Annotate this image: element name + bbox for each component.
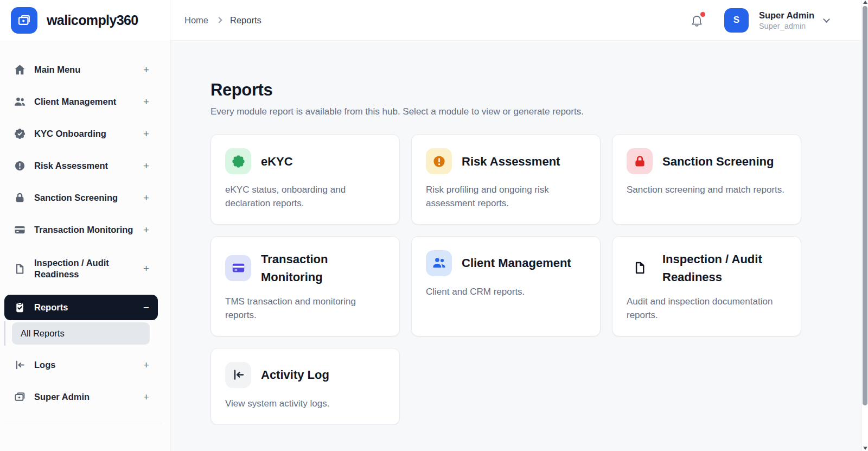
- topbar-user-section: S Super Admin Super_admin: [690, 8, 829, 33]
- sidebar-nav: Main Menu + Client Management + KYC Onbo…: [0, 41, 170, 423]
- sidebar-item-transaction-monitoring[interactable]: Transaction Monitoring +: [0, 214, 170, 246]
- card-header: Client Management: [426, 250, 586, 276]
- report-card-sanction-screening[interactable]: Sanction Screening Sanction screening an…: [612, 134, 801, 225]
- breadcrumb-home[interactable]: Home: [184, 15, 208, 26]
- clipboard-check-icon: [14, 301, 26, 314]
- user-name: Super Admin: [759, 10, 814, 21]
- scroll-up-icon[interactable]: [863, 1, 867, 4]
- file-icon: [627, 255, 653, 281]
- credit-card-icon: [225, 255, 251, 281]
- expand-toggle[interactable]: +: [143, 263, 149, 275]
- card-title: Risk Assessment: [462, 153, 560, 170]
- report-card-risk-assessment[interactable]: Risk Assessment Risk profiling and ongoi…: [411, 134, 601, 225]
- topbar: Home Reports S Super Admin Super_admin: [170, 0, 868, 41]
- notification-dot: [700, 12, 705, 17]
- scroll-down-icon[interactable]: [863, 447, 867, 450]
- sidebar-submenu: All Reports: [4, 322, 170, 345]
- brand[interactable]: walicomply360: [0, 0, 170, 41]
- main-area: Home Reports S Super Admin Super_admin: [170, 0, 868, 451]
- card-header: Transaction Monitoring: [225, 250, 385, 286]
- card-description: Risk profiling and ongoing risk assessme…: [426, 183, 586, 211]
- page-subtitle: Every module report is available from th…: [210, 106, 868, 117]
- badge-check-icon: [14, 128, 26, 140]
- card-description: eKYC status, onboarding and declaration …: [225, 183, 385, 211]
- sidebar-item-super-admin[interactable]: Super Admin +: [0, 381, 170, 413]
- card-title: Activity Log: [261, 366, 329, 384]
- sidebar-divider: [4, 423, 161, 423]
- card-description: Client and CRM reports.: [426, 285, 586, 299]
- card-title: eKYC: [261, 153, 293, 170]
- card-header: Risk Assessment: [426, 148, 586, 174]
- brand-name: walicomply360: [47, 12, 138, 28]
- card-header: Inspection / Audit Readiness: [627, 250, 787, 286]
- avatar[interactable]: S: [724, 8, 749, 33]
- report-card-client-management[interactable]: Client Management Client and CRM reports…: [411, 236, 601, 336]
- card-title: Sanction Screening: [662, 153, 774, 170]
- user-meta: Super Admin Super_admin: [759, 10, 814, 30]
- file-icon: [14, 263, 26, 275]
- sidebar-item-kyc-onboarding[interactable]: KYC Onboarding +: [0, 118, 170, 150]
- page-content: Reports Every module report is available…: [170, 41, 868, 425]
- users-icon: [14, 96, 26, 108]
- user-role: Super_admin: [759, 22, 814, 30]
- card-header: Activity Log: [225, 362, 385, 388]
- sidebar-item-inspection-audit-readiness[interactable]: Inspection / Audit Readiness +: [0, 246, 170, 291]
- lock-icon: [14, 192, 26, 204]
- wallet-logo-icon: [11, 7, 37, 34]
- page-title: Reports: [210, 80, 868, 100]
- expand-toggle[interactable]: +: [143, 128, 149, 140]
- alert-circle-icon: [14, 160, 26, 172]
- credit-card-icon: [14, 224, 26, 236]
- scrollbar[interactable]: [861, 0, 868, 451]
- expand-toggle[interactable]: +: [143, 224, 149, 236]
- card-description: View system activity logs.: [225, 397, 385, 411]
- card-description: TMS transaction and monitoring reports.: [225, 295, 385, 322]
- expand-toggle[interactable]: +: [143, 359, 149, 371]
- submenu-label: All Reports: [21, 328, 65, 339]
- expand-toggle[interactable]: +: [143, 96, 149, 108]
- expand-toggle[interactable]: +: [143, 64, 149, 76]
- seal-icon: [225, 148, 251, 174]
- card-title: Transaction Monitoring: [261, 250, 385, 286]
- sidebar-item-sanction-screening[interactable]: Sanction Screening +: [0, 182, 170, 214]
- users-icon: [426, 250, 452, 276]
- card-title: Inspection / Audit Readiness: [662, 250, 787, 286]
- breadcrumb-current: Reports: [230, 15, 261, 26]
- app-window: walicomply360 Main Menu + Client Managem…: [0, 0, 868, 451]
- expand-toggle[interactable]: +: [143, 160, 149, 172]
- alert-circle-icon: [426, 148, 452, 174]
- sidebar-item-risk-assessment[interactable]: Risk Assessment +: [0, 150, 170, 182]
- sidebar-item-main-menu[interactable]: Main Menu +: [0, 54, 170, 86]
- sidebar-item-all-reports[interactable]: All Reports: [12, 322, 150, 345]
- arrow-left-to-line-icon: [14, 359, 26, 371]
- report-cards-grid: eKYC eKYC status, onboarding and declara…: [210, 134, 868, 425]
- notifications-button[interactable]: [690, 14, 704, 27]
- sidebar: walicomply360 Main Menu + Client Managem…: [0, 0, 170, 451]
- arrow-left-to-line-icon: [225, 362, 251, 388]
- breadcrumb: Home Reports: [184, 15, 261, 26]
- report-card-transaction-monitoring[interactable]: Transaction Monitoring TMS transaction a…: [210, 236, 400, 336]
- home-icon: [14, 63, 26, 76]
- expand-toggle[interactable]: +: [143, 391, 149, 403]
- expand-toggle[interactable]: +: [143, 192, 149, 204]
- scrollbar-thumb[interactable]: [863, 6, 867, 405]
- chevron-down-icon[interactable]: [823, 16, 830, 23]
- wallet-icon: [14, 391, 26, 403]
- sidebar-item-client-management[interactable]: Client Management +: [0, 86, 170, 118]
- report-card-activity-log[interactable]: Activity Log View system activity logs.: [210, 348, 400, 425]
- report-card-inspection-audit-readiness[interactable]: Inspection / Audit Readiness Audit and i…: [612, 236, 801, 336]
- lock-icon: [627, 148, 653, 174]
- collapse-toggle[interactable]: −: [143, 302, 149, 314]
- report-card-ekyc[interactable]: eKYC eKYC status, onboarding and declara…: [210, 134, 400, 225]
- sidebar-item-reports[interactable]: Reports −: [4, 295, 158, 320]
- card-description: Audit and inspection documentation repor…: [627, 295, 787, 322]
- sidebar-item-logs[interactable]: Logs +: [0, 349, 170, 381]
- card-header: eKYC: [225, 148, 385, 174]
- card-title: Client Management: [462, 254, 571, 272]
- card-header: Sanction Screening: [627, 148, 787, 174]
- chevron-right-icon: [216, 17, 222, 23]
- card-description: Sanction screening and match reports.: [627, 183, 787, 197]
